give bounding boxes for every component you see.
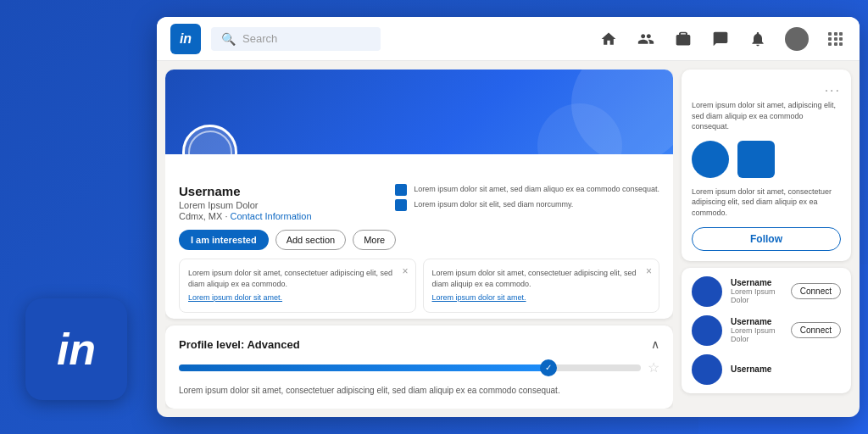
search-placeholder-text: Search bbox=[242, 32, 277, 45]
suggestion-square-visual bbox=[737, 141, 775, 178]
jobs-nav-icon[interactable] bbox=[673, 29, 693, 49]
profile-avatar bbox=[182, 125, 237, 154]
profile-subtitle: Lorem Ipsum Dolor bbox=[179, 200, 381, 210]
user-avatar-nav[interactable] bbox=[785, 27, 809, 51]
star-icon[interactable]: ☆ bbox=[648, 359, 659, 376]
suggestion-card: ... Lorem ipsum dolor sit amet, adipisci… bbox=[682, 70, 851, 261]
suggestion-card-header: ... bbox=[692, 80, 841, 95]
nav-linkedin-logo[interactable]: in bbox=[170, 24, 201, 54]
profile-card: Username Lorem Ipsum Dolor Cdmx, MX · Co… bbox=[165, 70, 673, 319]
stat-item-2: Lorem ipsum dolor sit elit, sed diam nor… bbox=[395, 199, 659, 211]
person-2-subtitle: Lorem Ipsum Dolor bbox=[731, 326, 782, 343]
i-am-interested-button[interactable]: I am interested bbox=[179, 230, 269, 250]
collapse-chevron-icon[interactable]: ∧ bbox=[651, 337, 659, 351]
profile-actions: I am interested Add section More bbox=[165, 230, 673, 259]
mini-card-2-link[interactable]: Lorem ipsum dolor sit amet. bbox=[432, 292, 651, 303]
right-sidebar: ... Lorem ipsum dolor sit amet, adipisci… bbox=[682, 70, 851, 409]
person-item-3: Username bbox=[692, 354, 841, 385]
profile-level-header: Profile level: Advanced ∧ bbox=[179, 337, 659, 351]
person-1-name: Username bbox=[731, 278, 782, 287]
stat-text-1: Lorem ipsum dolor sit amet, sed diam ali… bbox=[414, 185, 659, 195]
person-2-name: Username bbox=[731, 317, 782, 326]
mini-card-1-link[interactable]: Lorem ipsum dolor sit amet. bbox=[188, 292, 407, 303]
people-nav-icon[interactable] bbox=[636, 29, 656, 49]
stat-text-2: Lorem ipsum dolor sit elit, sed diam nor… bbox=[414, 200, 573, 210]
search-icon: 🔍 bbox=[221, 32, 236, 46]
profile-level-description: Lorem ipsum dolor sit amet, consectetuer… bbox=[179, 384, 659, 397]
suggestion-text-bottom: Lorem ipsum dolor sit amet, consectetuer… bbox=[692, 186, 841, 219]
profile-stats: Lorem ipsum dolor sit amet, sed diam ali… bbox=[395, 184, 659, 221]
person-3-name: Username bbox=[731, 364, 841, 374]
mini-card-2-text: Lorem ipsum dolor sit amet, consectetuer… bbox=[432, 269, 637, 288]
contact-info-link[interactable]: Contact Information bbox=[231, 211, 312, 221]
main-content-area: Username Lorem Ipsum Dolor Cdmx, MX · Co… bbox=[157, 61, 860, 417]
linkedin-logo-large: in bbox=[25, 298, 127, 400]
person-3-avatar bbox=[692, 354, 722, 385]
person-1-avatar bbox=[692, 276, 722, 307]
mini-card-1-close[interactable]: × bbox=[402, 264, 408, 279]
center-column: Username Lorem Ipsum Dolor Cdmx, MX · Co… bbox=[165, 70, 673, 409]
mini-card-1-text: Lorem ipsum dolor sit amet, consectetuer… bbox=[188, 269, 392, 288]
person-1-info: Username Lorem Ipsum Dolor bbox=[731, 278, 782, 304]
mini-card-2: × Lorem ipsum dolor sit amet, consectetu… bbox=[423, 259, 660, 313]
navigation-bar: in 🔍 Search bbox=[157, 17, 860, 61]
profile-level-title: Profile level: Advanced bbox=[179, 338, 300, 351]
stat-icon-1 bbox=[395, 184, 407, 196]
linkedin-logo-text: in bbox=[57, 327, 96, 371]
person-1-connect-button[interactable]: Connect bbox=[791, 283, 841, 299]
profile-level-card: Profile level: Advanced ∧ ✓ ☆ Lorem ipsu… bbox=[165, 326, 673, 409]
progress-check-icon: ✓ bbox=[540, 359, 557, 376]
browser-window: in 🔍 Search bbox=[157, 17, 860, 417]
messaging-nav-icon[interactable] bbox=[710, 29, 731, 49]
mini-cards-row: × Lorem ipsum dolor sit amet, consectetu… bbox=[165, 259, 673, 319]
add-section-button[interactable]: Add section bbox=[275, 230, 346, 250]
more-button[interactable]: More bbox=[353, 230, 396, 250]
progress-fill: ✓ bbox=[179, 364, 548, 371]
profile-text-info: Username Lorem Ipsum Dolor Cdmx, MX · Co… bbox=[179, 184, 381, 221]
profile-banner bbox=[165, 70, 673, 154]
suggestion-visuals bbox=[692, 141, 841, 178]
search-bar[interactable]: 🔍 Search bbox=[211, 27, 381, 51]
home-nav-icon[interactable] bbox=[598, 29, 619, 49]
stat-item-1: Lorem ipsum dolor sit amet, sed diam ali… bbox=[395, 184, 659, 196]
person-2-info: Username Lorem Ipsum Dolor bbox=[731, 317, 782, 343]
person-2-connect-button[interactable]: Connect bbox=[791, 322, 841, 338]
person-item-2: Username Lorem Ipsum Dolor Connect bbox=[692, 315, 841, 346]
mini-card-2-close[interactable]: × bbox=[646, 264, 652, 279]
progress-bar: ✓ bbox=[179, 364, 641, 371]
person-1-subtitle: Lorem Ipsum Dolor bbox=[731, 287, 782, 304]
follow-button[interactable]: Follow bbox=[692, 227, 841, 251]
person-2-avatar bbox=[692, 315, 722, 346]
suggestion-card-menu-icon[interactable]: ... bbox=[825, 80, 841, 95]
profile-info-section: Username Lorem Ipsum Dolor Cdmx, MX · Co… bbox=[165, 154, 673, 230]
notifications-nav-icon[interactable] bbox=[748, 29, 768, 49]
suggestion-text-top: Lorem ipsum dolor sit amet, adipiscing e… bbox=[692, 100, 841, 132]
person-3-info: Username bbox=[731, 364, 841, 374]
people-you-may-know-card: Username Lorem Ipsum Dolor Connect Usern… bbox=[682, 268, 851, 393]
apps-nav-icon[interactable] bbox=[826, 29, 846, 49]
suggestion-circle-visual bbox=[692, 141, 729, 178]
progress-bar-container: ✓ ☆ bbox=[179, 359, 659, 376]
nav-icons-group bbox=[598, 27, 846, 51]
profile-name: Username bbox=[179, 184, 381, 198]
person-item-1: Username Lorem Ipsum Dolor Connect bbox=[692, 276, 841, 307]
mini-card-1: × Lorem ipsum dolor sit amet, consectetu… bbox=[179, 259, 416, 313]
profile-location: Cdmx, MX · Contact Information bbox=[179, 211, 381, 221]
stat-icon-2 bbox=[395, 199, 407, 211]
